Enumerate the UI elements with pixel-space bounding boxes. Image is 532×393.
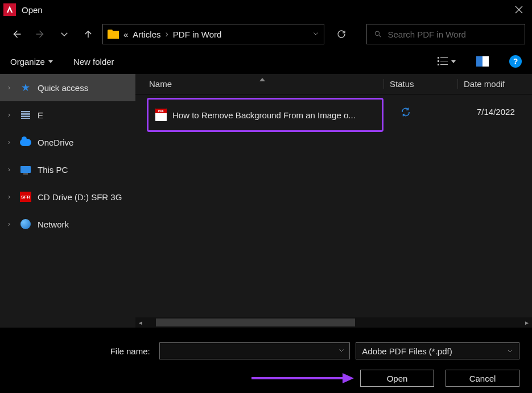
- file-date: 7/14/2022: [477, 107, 515, 117]
- chevron-right-icon: ›: [8, 84, 14, 92]
- recent-locations-button[interactable]: [55, 24, 74, 44]
- filename-input[interactable]: [159, 342, 350, 359]
- filename-label: File name:: [13, 346, 154, 356]
- file-name: How to Remove Background From an Image o…: [172, 110, 356, 120]
- svg-rect-5: [438, 64, 439, 65]
- preview-pane-button[interactable]: [476, 56, 489, 67]
- scroll-left-icon[interactable]: ◄: [135, 317, 146, 328]
- chevron-right-icon: ›: [8, 220, 14, 228]
- chevron-right-icon: ›: [8, 138, 14, 146]
- window-title: Open: [22, 5, 43, 15]
- forward-button[interactable]: [31, 24, 50, 44]
- svg-rect-1: [438, 57, 439, 59]
- chevron-down-icon[interactable]: [338, 346, 345, 356]
- back-button[interactable]: [7, 24, 26, 44]
- file-list-pane: Name Status Date modif How to Remove Bac…: [135, 74, 532, 328]
- svg-rect-2: [440, 57, 448, 58]
- filetype-dropdown[interactable]: Adobe PDF Files (*.pdf): [356, 342, 519, 359]
- scroll-right-icon[interactable]: ►: [522, 317, 532, 328]
- filetype-label: Adobe PDF Files (*.pdf): [362, 346, 452, 356]
- onedrive-icon: [19, 137, 32, 147]
- new-folder-button[interactable]: New folder: [73, 57, 114, 67]
- chevron-down-icon: [48, 60, 53, 63]
- chevron-right-icon: ›: [166, 29, 168, 39]
- chevron-right-icon: ›: [8, 111, 14, 119]
- annotation-arrow: [251, 374, 354, 382]
- sidebar-item-label: Quick access: [38, 83, 88, 93]
- details-view-icon: [438, 56, 448, 67]
- sort-ascending-icon: [259, 78, 265, 81]
- column-header-status[interactable]: Status: [383, 79, 457, 89]
- sidebar-item-onedrive[interactable]: › OneDrive: [0, 129, 135, 156]
- sfr-icon: SFR: [19, 192, 32, 202]
- horizontal-scrollbar[interactable]: ◄ ►: [135, 317, 532, 328]
- toolbar: Organize New folder ?: [0, 49, 532, 74]
- navigation-sidebar: › ★ Quick access › E › OneDrive › This P…: [0, 74, 135, 328]
- svg-point-0: [375, 31, 379, 35]
- close-button[interactable]: [506, 0, 532, 19]
- adobe-acrobat-icon: [3, 3, 16, 16]
- sidebar-item-network[interactable]: › Network: [0, 210, 135, 238]
- chevron-right-icon: ›: [8, 193, 14, 201]
- breadcrumb-dropdown-icon[interactable]: [312, 29, 319, 39]
- sidebar-item-this-pc[interactable]: › This PC: [0, 156, 135, 183]
- svg-rect-6: [440, 64, 448, 65]
- scrollbar-track[interactable]: [156, 318, 512, 326]
- svg-rect-4: [440, 61, 448, 61]
- sidebar-item-label: OneDrive: [38, 138, 73, 147]
- file-sync-status-icon: [401, 107, 411, 119]
- folder-icon: [108, 30, 119, 39]
- change-view-button[interactable]: [438, 56, 456, 67]
- breadcrumb-seg-articles[interactable]: Articles: [133, 30, 160, 39]
- sidebar-item-label: Network: [38, 220, 69, 229]
- drive-icon: [19, 110, 32, 120]
- sidebar-item-quick-access[interactable]: › ★ Quick access: [0, 74, 135, 101]
- column-header-date[interactable]: Date modif: [457, 79, 532, 89]
- column-header-name[interactable]: Name: [135, 79, 383, 89]
- up-button[interactable]: [79, 24, 98, 44]
- cancel-button[interactable]: Cancel: [446, 370, 519, 387]
- scrollbar-thumb[interactable]: [156, 318, 355, 326]
- pdf-file-icon: [155, 109, 167, 121]
- refresh-button[interactable]: [331, 24, 352, 44]
- sidebar-item-label: E: [38, 110, 43, 120]
- svg-rect-3: [438, 60, 439, 62]
- organize-button[interactable]: Organize: [10, 57, 53, 67]
- column-headers: Name Status Date modif: [135, 74, 532, 94]
- chevron-right-icon: ›: [8, 166, 14, 173]
- sidebar-item-cd-drive[interactable]: › SFR CD Drive (D:) SFR 3G: [0, 183, 135, 210]
- network-icon: [19, 219, 32, 229]
- search-box[interactable]: [366, 24, 525, 44]
- star-icon: ★: [19, 82, 32, 93]
- open-button[interactable]: Open: [360, 370, 434, 387]
- organize-label: Organize: [10, 57, 45, 67]
- chevron-down-icon: [451, 60, 456, 63]
- title-bar: Open: [0, 0, 532, 19]
- sidebar-item-label: CD Drive (D:) SFR 3G: [38, 192, 122, 202]
- sidebar-item-e-drive[interactable]: › E: [0, 101, 135, 129]
- sidebar-item-label: This PC: [38, 165, 68, 175]
- file-row[interactable]: How to Remove Background From an Image o…: [147, 98, 383, 132]
- search-input[interactable]: [387, 30, 518, 39]
- breadcrumb-prefix: «: [123, 30, 128, 39]
- help-button[interactable]: ?: [509, 55, 522, 68]
- new-folder-label: New folder: [73, 57, 114, 67]
- dialog-footer: File name: Adobe PDF Files (*.pdf) Open …: [0, 328, 532, 393]
- nav-bar: « Articles › PDF in Word: [0, 19, 532, 49]
- search-icon: [374, 30, 382, 39]
- breadcrumb[interactable]: « Articles › PDF in Word: [102, 24, 324, 44]
- breadcrumb-seg-pdf-in-word[interactable]: PDF in Word: [173, 30, 222, 39]
- pc-icon: [19, 164, 32, 175]
- file-list: How to Remove Background From an Image o…: [135, 94, 532, 317]
- chevron-down-icon: [506, 348, 513, 354]
